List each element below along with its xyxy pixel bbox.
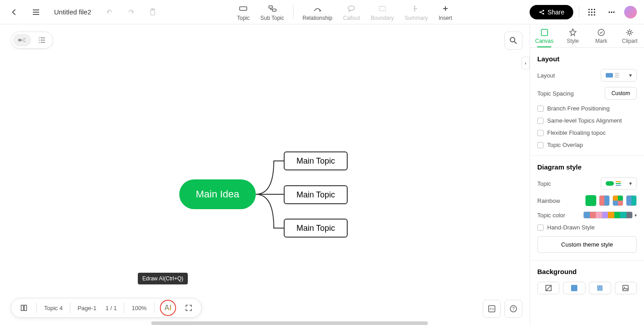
topic-node[interactable]: Main Topic: [284, 151, 348, 170]
tool-summary: Summary: [399, 1, 433, 23]
divider: [124, 302, 124, 313]
svg-point-23: [510, 37, 515, 42]
mark-icon: [597, 28, 606, 37]
no-bg-icon: [545, 284, 552, 292]
flexible-checkbox[interactable]: [537, 130, 544, 136]
svg-point-17: [591, 14, 593, 15]
topic-icon: [239, 5, 248, 12]
pages-button[interactable]: [17, 301, 31, 315]
branch-free-checkbox[interactable]: [537, 105, 544, 112]
svg-point-10: [589, 9, 590, 10]
tool-callout-label: Callout: [343, 15, 360, 21]
menu-button[interactable]: [29, 5, 43, 19]
undo-button[interactable]: [102, 5, 117, 19]
fullscreen-button[interactable]: [181, 301, 196, 315]
overlap-checkbox[interactable]: [537, 142, 544, 148]
ai-tooltip: Edraw AI(Ctrl+Q): [138, 273, 188, 284]
more-button[interactable]: [604, 5, 619, 19]
svg-point-34: [624, 287, 625, 288]
clipboard-icon: [149, 8, 157, 16]
topic-style-preview-icon: [606, 181, 621, 186]
function-button[interactable]: Fn: [483, 300, 501, 318]
panel-collapse[interactable]: ›: [522, 57, 530, 69]
page-label[interactable]: Page-1: [76, 305, 98, 311]
bg-image[interactable]: [615, 282, 637, 294]
svg-text:Fn: Fn: [490, 307, 494, 311]
avatar[interactable]: [624, 6, 637, 18]
divider: [70, 302, 70, 313]
zoom-level[interactable]: 100%: [130, 305, 148, 311]
bg-solid[interactable]: [563, 282, 585, 294]
apps-button[interactable]: [585, 5, 599, 19]
bg-none[interactable]: [537, 282, 559, 294]
page-numbers: 1 / 1: [104, 305, 118, 311]
subtopic-icon: [268, 5, 277, 12]
tool-subtopic[interactable]: Sub Topic: [255, 1, 289, 23]
chevron-down-icon[interactable]: ▾: [635, 213, 637, 218]
tab-mark-label: Mark: [595, 38, 608, 44]
share-button[interactable]: Share: [530, 5, 573, 19]
tool-relationship[interactable]: Relationship: [297, 1, 338, 23]
tab-clipart[interactable]: Clipart: [616, 24, 644, 47]
canvas[interactable]: › Main Idea Main Topic Main Topic Main T…: [0, 24, 530, 325]
spacing-custom-button[interactable]: Custom: [605, 87, 637, 100]
horizontal-scrollbar[interactable]: [151, 321, 428, 325]
layout-title: Layout: [537, 55, 637, 63]
tab-style-label: Style: [567, 38, 579, 44]
hamburger-icon: [32, 8, 41, 17]
same-level-label: Same-level Topics Alignment: [547, 117, 622, 124]
fullscreen-icon: [185, 304, 192, 311]
background-title: Background: [537, 268, 637, 275]
tab-style[interactable]: Style: [558, 24, 587, 47]
topic-style-label: Topic: [537, 180, 551, 187]
callout-icon: [347, 5, 356, 12]
filename[interactable]: Untitled file2: [50, 8, 95, 16]
clipart-icon: [625, 28, 634, 37]
topic-style-dropdown[interactable]: ▾: [601, 177, 637, 190]
svg-point-9: [542, 13, 544, 14]
redo-button[interactable]: [124, 5, 138, 19]
back-button[interactable]: [7, 5, 22, 19]
svg-point-8: [542, 9, 544, 11]
clipboard-button[interactable]: [145, 5, 160, 19]
rainbow-label: Rainbow: [537, 197, 560, 204]
custom-theme-button[interactable]: Custom theme style: [537, 236, 637, 253]
topic-color-picker[interactable]: [583, 211, 633, 219]
tool-boundary-label: Boundary: [371, 15, 394, 21]
tab-canvas[interactable]: Canvas: [530, 24, 558, 47]
topic-color-label: Topic color: [537, 212, 565, 219]
svg-point-16: [589, 14, 590, 15]
boundary-icon: [378, 5, 387, 12]
layout-dropdown[interactable]: ▾: [601, 69, 637, 82]
tab-mark[interactable]: Mark: [587, 24, 616, 47]
topic-node[interactable]: Main Topic: [284, 219, 348, 238]
view-mindmap[interactable]: [13, 34, 31, 46]
rainbow-option-3[interactable]: [612, 195, 623, 206]
svg-point-13: [589, 11, 590, 13]
bg-pattern[interactable]: [589, 282, 611, 294]
tool-insert[interactable]: Insert: [433, 1, 458, 23]
help-button[interactable]: ?: [504, 300, 522, 318]
view-toggle: [11, 32, 53, 49]
tool-topic[interactable]: Topic: [231, 1, 255, 23]
svg-point-21: [613, 11, 615, 13]
style-icon: [568, 28, 577, 37]
main-idea-node[interactable]: Main Idea: [179, 179, 256, 209]
rainbow-option-1[interactable]: [585, 195, 596, 206]
ai-button[interactable]: AI: [160, 300, 176, 316]
search-button[interactable]: [504, 32, 522, 50]
topic-node[interactable]: Main Topic: [284, 185, 348, 204]
tool-boundary: Boundary: [365, 1, 399, 23]
tab-canvas-label: Canvas: [535, 38, 553, 44]
canvas-icon: [540, 28, 549, 37]
rainbow-option-2[interactable]: [599, 195, 610, 206]
rainbow-option-4[interactable]: [626, 195, 637, 206]
hand-drawn-checkbox[interactable]: [537, 224, 544, 231]
view-outline[interactable]: [33, 34, 51, 46]
overlap-label: Topic Overlap: [547, 142, 583, 148]
tool-summary-label: Summary: [405, 15, 428, 21]
tool-relationship-label: Relationship: [303, 15, 332, 21]
tool-topic-label: Topic: [237, 15, 249, 21]
svg-point-18: [594, 14, 595, 15]
same-level-checkbox[interactable]: [537, 118, 544, 124]
